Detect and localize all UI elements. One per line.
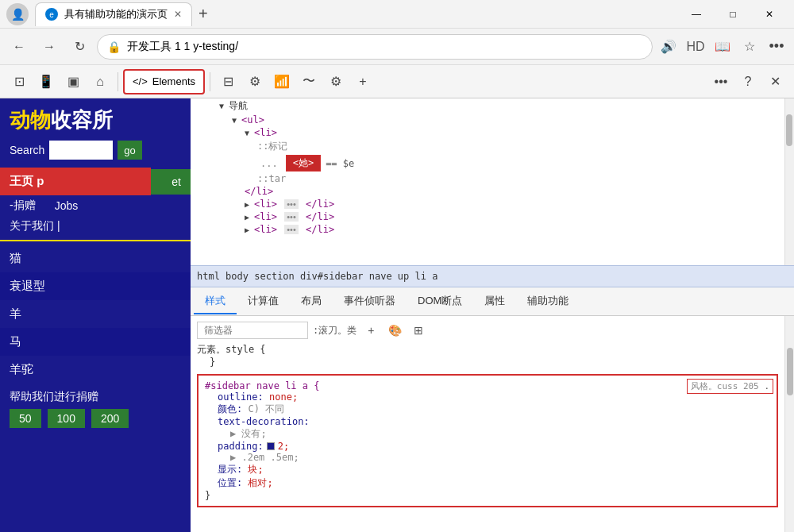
device-emulation-button[interactable]: 📱: [33, 69, 59, 94]
filter-row: :滚刀。类 + 🎨 ⊞: [197, 321, 778, 340]
home-button[interactable]: ⌂: [87, 69, 113, 94]
animal-item-horse[interactable]: 马: [0, 328, 191, 356]
pseudo-filter-btn[interactable]: :滚刀。类: [313, 324, 357, 337]
browser-tab[interactable]: e 具有辅助功能的演示页 ✕: [35, 2, 192, 26]
dom-scrollbar-thumb[interactable]: [786, 114, 792, 146]
copy-styles-btn[interactable]: ⊞: [409, 321, 428, 340]
animal-list: 猫 衰退型 羊 马 羊驼: [0, 245, 191, 384]
elements-icon: </>: [133, 75, 148, 87]
refresh-button[interactable]: ↻: [67, 34, 92, 60]
network-button[interactable]: 📶: [269, 69, 295, 94]
performance-button[interactable]: 〜: [296, 69, 322, 94]
css-prop-val-display: 块;: [248, 464, 263, 475]
edge-icon: e: [45, 8, 58, 21]
dom-tag-she[interactable]: <她>: [286, 155, 321, 172]
sources-button[interactable]: ⚙: [242, 69, 268, 94]
search-label: Search: [10, 144, 44, 156]
animal-item-retired[interactable]: 衰退型: [0, 272, 191, 300]
dom-comment-marker: ::标记: [257, 141, 287, 152]
donate-nav-item[interactable]: -捐赠: [0, 195, 45, 216]
close-devtools-button[interactable]: ✕: [762, 69, 788, 94]
dom-text-nav: 导航: [229, 100, 248, 111]
tab-event-listeners[interactable]: 事件侦听器: [333, 289, 407, 314]
dom-tag-li2-close: </li>: [306, 199, 334, 210]
search-input[interactable]: [49, 141, 113, 160]
dom-line-li4: ▶ <li> ••• </li>: [191, 223, 784, 236]
triangle-li2: ▶: [245, 200, 254, 209]
dom-line-nav: ▼ 导航: [191, 98, 784, 114]
css-prop-padding: padding: 2;: [205, 441, 770, 452]
tab-layout[interactable]: 布局: [290, 289, 333, 314]
tab-dom-breakpoints[interactable]: DOM断点: [407, 289, 473, 314]
more-tools-button[interactable]: •••: [708, 69, 734, 94]
inspect-element-button[interactable]: ⊡: [6, 69, 32, 94]
maximize-button[interactable]: □: [715, 0, 751, 29]
three-dots[interactable]: ...: [257, 158, 281, 169]
site-search: Search go: [10, 141, 181, 160]
animal-item-sheep[interactable]: 羊: [0, 300, 191, 328]
more-options-button[interactable]: •••: [765, 36, 788, 58]
highlighted-css-rule: 风格。cuss 205 . #sidebar nave li a { outli…: [197, 374, 778, 507]
dom-tag-li3: <li>: [254, 211, 277, 222]
color-swatch[interactable]: [267, 442, 275, 450]
donate-100-button[interactable]: 100: [48, 409, 85, 428]
tab-close-btn[interactable]: ✕: [174, 9, 182, 20]
toggle-sidebar-button[interactable]: ▣: [60, 69, 86, 94]
basket-nav-item[interactable]: et: [151, 169, 191, 195]
read-aloud-icon[interactable]: 🔊: [657, 36, 680, 58]
tab-styles[interactable]: 样式: [194, 289, 237, 314]
element-style-rule: 元素。style { }: [191, 343, 784, 368]
styles-scrollbar-thumb[interactable]: [787, 348, 793, 395]
home-nav-item[interactable]: 王页 p: [0, 168, 151, 195]
help-button[interactable]: ?: [735, 69, 761, 94]
tab-elements[interactable]: </> Elements: [123, 69, 205, 94]
minimize-button[interactable]: —: [678, 0, 715, 29]
add-rule-btn[interactable]: +: [361, 321, 380, 340]
animal-item-alpaca[interactable]: 羊驼: [0, 356, 191, 384]
styles-scrollbar[interactable]: [784, 316, 794, 532]
nav-row-home: 王页 p et: [0, 168, 191, 195]
tab-accessibility[interactable]: 辅助功能: [516, 289, 580, 314]
donate-50-button[interactable]: 50: [10, 409, 41, 428]
ellipsis-btn-1[interactable]: •••: [284, 199, 299, 209]
close-button[interactable]: ✕: [751, 0, 788, 29]
nav-row-2: -捐赠 Jobs: [0, 195, 191, 216]
css-prop-val-padding: 2;: [278, 441, 289, 452]
css-prop-name-outline: outline:: [218, 391, 264, 403]
go-button[interactable]: go: [118, 141, 141, 160]
donate-section: 帮助我们进行捐赠 50 100 200: [0, 384, 191, 434]
dom-tag-li: <li>: [254, 127, 277, 138]
ellipsis-btn-3[interactable]: •••: [284, 225, 299, 234]
jobs-nav-item[interactable]: Jobs: [45, 196, 88, 215]
dom-equals: == $e: [326, 158, 354, 169]
add-panel-button[interactable]: +: [350, 69, 376, 94]
address-input-wrap[interactable]: 🔒 开发工具 1 1 y-testing/: [97, 34, 653, 60]
new-tab-button[interactable]: +: [195, 5, 211, 23]
dom-scrollbar[interactable]: [784, 98, 794, 265]
css-prop-val-position: 相对;: [248, 477, 272, 488]
triangle-li: ▼: [245, 129, 254, 137]
dom-line-tar: ::tar: [191, 172, 784, 185]
forward-button[interactable]: →: [37, 34, 62, 60]
dom-tag-ul: <ul>: [241, 114, 264, 125]
reading-view-icon[interactable]: 📖: [711, 36, 734, 58]
ellipsis-btn-2[interactable]: •••: [284, 212, 299, 222]
css-prop-name-position: 位置:: [218, 477, 242, 488]
donate-200-button[interactable]: 200: [91, 409, 129, 428]
hd-icon[interactable]: HD: [684, 36, 707, 58]
favorites-icon[interactable]: ☆: [738, 36, 761, 58]
animal-item-cat[interactable]: 猫: [0, 245, 191, 272]
color-palette-btn[interactable]: 🎨: [385, 321, 404, 340]
back-button[interactable]: ←: [6, 34, 32, 60]
tab-computed[interactable]: 计算值: [237, 289, 290, 314]
element-style-selector: 元素。style {: [197, 343, 778, 357]
console-button[interactable]: ⊟: [215, 69, 241, 94]
filter-input[interactable]: [197, 322, 308, 339]
dom-comment-tar: ::tar: [257, 173, 286, 184]
dom-line-li-close: </li>: [191, 185, 784, 198]
about-nav-item[interactable]: 关于我们 |: [0, 216, 70, 237]
dom-line-selected[interactable]: ... <她> == $e: [191, 154, 784, 172]
tab-properties[interactable]: 属性: [473, 289, 516, 314]
settings-button[interactable]: ⚙: [323, 69, 349, 94]
dom-panel-wrap: ▼ 导航 ▼ <ul> ▼ <li> ::标记 ... <她> ==: [191, 98, 794, 265]
